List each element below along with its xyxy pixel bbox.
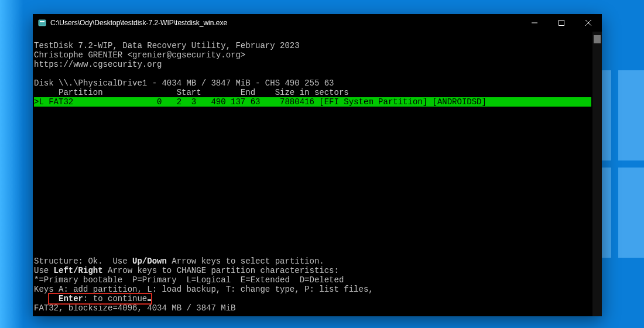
console-output[interactable]: TestDisk 7.2-WIP, Data Recovery Utility,… <box>33 32 592 316</box>
console-window: C:\Users\Ody\Desktop\testdisk-7.2-WIP\te… <box>33 14 602 316</box>
scrollbar[interactable] <box>592 32 602 316</box>
partition-row-selected[interactable]: >L FAT32 0 2 3 490 137 63 7880416 [EFI S… <box>34 97 591 107</box>
titlebar[interactable]: C:\Users\Ody\Desktop\testdisk-7.2-WIP\te… <box>33 14 602 32</box>
fsinfo-line: FAT32, blocksize=4096, 4034 MB / 3847 Mi… <box>34 303 235 313</box>
close-button[interactable] <box>575 14 602 32</box>
window-buttons <box>521 14 602 32</box>
leftright-hint: Left/Right <box>54 266 103 275</box>
scrollbar-thumb[interactable] <box>594 35 601 43</box>
header-line-2: Christophe GRENIER <grenier@cgsecurity.o… <box>34 50 245 60</box>
structure-line: Structure: Ok. Use Up/Down Arrow keys to… <box>34 257 324 266</box>
app-icon <box>37 18 47 28</box>
desktop-light-edge <box>0 0 23 328</box>
cursor <box>148 299 152 301</box>
keys-line: Keys A: add partition, L: load backup, T… <box>34 285 374 294</box>
enter-line: Enter: to continue <box>34 294 152 303</box>
header-line-1: TestDisk 7.2-WIP, Data Recovery Utility,… <box>34 41 300 50</box>
svg-rect-2 <box>559 20 564 26</box>
svg-rect-1 <box>40 21 44 22</box>
partition-table-header: Partition Start End Size in sectors <box>34 88 349 97</box>
legend-line: *=Primary bootable P=Primary L=Logical E… <box>34 275 344 285</box>
disk-line: Disk \\.\PhysicalDrive1 - 4034 MB / 3847… <box>34 78 334 88</box>
updown-hint: Up/Down <box>132 257 167 266</box>
console-area: TestDisk 7.2-WIP, Data Recovery Utility,… <box>33 32 602 316</box>
maximize-button[interactable] <box>548 14 575 32</box>
window-title: C:\Users\Ody\Desktop\testdisk-7.2-WIP\te… <box>50 19 521 27</box>
use-line: Use Left/Right Arrow keys to CHANGE part… <box>34 266 339 275</box>
svg-rect-0 <box>39 20 46 26</box>
enter-hint: Enter <box>59 294 83 303</box>
minimize-button[interactable] <box>521 14 548 32</box>
header-line-3: https://www.cgsecurity.org <box>34 60 162 69</box>
